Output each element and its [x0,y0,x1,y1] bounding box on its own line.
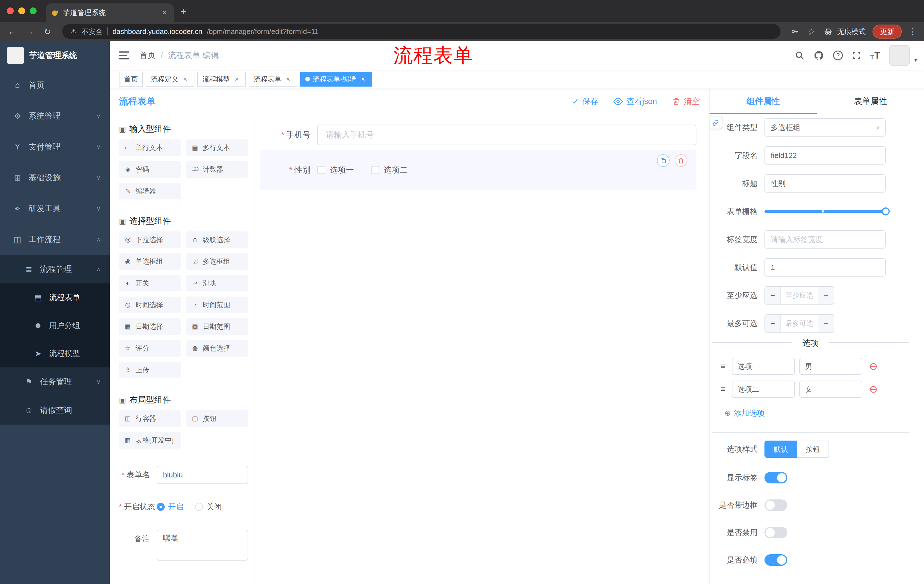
sidebar-item-devtools[interactable]: ✒ 研发工具 ∨ [0,193,110,224]
browser-tab[interactable]: 芋道管理系统 × [46,3,174,22]
bookmark-star-icon[interactable]: ☆ [806,26,817,36]
palette-item-password[interactable]: ◈密码 [119,161,181,178]
tag-process-form[interactable]: 流程表单 × [249,72,297,87]
increase-button[interactable]: + [818,287,834,304]
increase-button[interactable]: + [818,315,834,332]
max-select-input[interactable] [781,315,818,332]
option2-value-input[interactable] [799,380,862,398]
title-input[interactable] [764,174,886,192]
help-icon[interactable]: ? [833,51,843,60]
tab-form-props[interactable]: 表单属性 [817,89,924,114]
search-icon[interactable] [795,51,805,60]
palette-item-select[interactable]: ◎下拉选择 [119,232,181,248]
tab-close-icon[interactable]: × [160,8,169,17]
drag-handle-icon[interactable]: ≡ [719,385,727,394]
password-key-icon[interactable] [790,27,799,36]
palette-item-switch[interactable]: ◐开关 [119,275,181,291]
palette-item-time-picker[interactable]: ◷时间选择 [119,296,181,313]
style-button-button[interactable]: 按钮 [797,441,829,458]
security-label[interactable]: 不安全 [81,27,102,36]
sidebar-item-system[interactable]: ⚙ 系统管理 ∨ [0,100,110,132]
palette-item-upload[interactable]: ⇪上传 [119,362,181,378]
palette-item-cascader[interactable]: ⋔级联选择 [186,232,248,248]
remove-option-button[interactable]: ⊖ [869,384,878,394]
palette-item-time-range[interactable]: ◔时间范围 [186,296,248,313]
tag-home[interactable]: 首页 [119,72,143,87]
palette-item-row-container[interactable]: ◫行容器 [119,410,181,427]
save-button[interactable]: ✓ 保存 [572,96,598,107]
palette-item-button[interactable]: ▢按钮 [186,410,248,427]
sidebar-item-task-management[interactable]: ⚑ 任务管理 ∨ [0,367,110,396]
status-off-radio[interactable]: 关闭 [195,502,222,512]
palette-item-table[interactable]: ▦表格[开发中] [119,432,181,449]
forward-icon[interactable]: → [25,26,35,36]
decrease-button[interactable]: − [765,315,781,332]
address-bar[interactable]: ⚠ 不安全 dashboard.yudao.iocoder.cn /bpm/ma… [62,24,780,39]
palette-item-editor[interactable]: ✎编辑器 [119,183,181,199]
form-canvas[interactable]: 手机号 [254,114,709,584]
tag-process-definition[interactable]: 流程定义 × [146,72,195,87]
decrease-button[interactable]: − [765,287,781,304]
slider-handle[interactable] [882,207,890,216]
sidebar-item-workflow[interactable]: ◫ 工作流程 ∧ [0,224,110,255]
tag-close-icon[interactable]: × [359,75,367,83]
avatar-caret-icon[interactable]: ▾ [914,57,917,66]
sidebar-item-infrastructure[interactable]: ⊞ 基础设施 ∨ [0,162,110,193]
form-name-input[interactable] [157,466,248,484]
sidebar-item-leave-query[interactable]: ☺ 请假查询 [0,396,110,424]
palette-item-checkbox-group[interactable]: ☑多选框组 [186,253,248,270]
hamburger-icon[interactable] [110,51,139,59]
copy-component-button[interactable] [657,154,670,167]
option1-value-input[interactable] [799,358,862,375]
phone-field-input[interactable] [317,125,696,145]
component-type-select[interactable]: 多选框组 ∨ [764,118,886,137]
default-value-input[interactable] [764,258,886,276]
sidebar-item-home[interactable]: ⌂ 首页 [0,70,110,100]
gender-field-selected[interactable]: 性别 选项一 选项二 [260,150,696,190]
sidebar-item-payment[interactable]: ¥ 支付管理 ∨ [0,132,110,162]
palette-item-date-range[interactable]: ▩日期范围 [186,318,248,335]
required-switch[interactable] [764,554,787,566]
gender-option1-checkbox[interactable]: 选项一 [317,165,354,175]
disabled-switch[interactable] [764,527,787,538]
sidebar-item-user-groups[interactable]: ☻ 用户分组 [0,311,110,339]
tab-component-props[interactable]: 组件属性 [710,89,817,114]
form-grid-slider[interactable] [764,202,886,220]
tag-process-model[interactable]: 流程模型 × [197,72,246,87]
gender-option2-checkbox[interactable]: 选项二 [371,165,408,175]
github-icon[interactable] [813,50,824,61]
option1-label-input[interactable] [732,358,795,375]
sidebar-item-process-model[interactable]: ➤ 流程模型 [0,339,110,367]
sidebar-item-process-form[interactable]: ▤ 流程表单 [0,283,110,311]
browser-update-button[interactable]: 更新 [873,25,902,39]
font-size-icon[interactable]: TT [870,50,880,61]
add-option-button[interactable]: ⊕ 添加选项 [724,408,765,418]
window-zoom-button[interactable] [30,7,36,14]
view-json-button[interactable]: 查看json [613,96,657,107]
browser-menu-icon[interactable]: ⋮ [909,26,917,36]
field-name-input[interactable] [764,146,886,165]
sidebar-item-process-management[interactable]: ≣ 流程管理 ∧ [0,255,110,283]
reload-icon[interactable]: ↻ [42,26,53,36]
window-close-button[interactable] [7,7,14,14]
phone-field-row[interactable]: 手机号 [260,125,696,145]
style-default-button[interactable]: 默认 [764,441,797,458]
palette-item-multi-text[interactable]: ▤多行文本 [186,140,248,156]
tag-close-icon[interactable]: × [233,75,241,83]
new-tab-button[interactable]: + [181,6,187,18]
palette-item-rate[interactable]: ☆评分 [119,340,181,357]
option2-label-input[interactable] [732,380,795,398]
status-on-radio[interactable]: 开启 [157,502,183,512]
remove-option-button[interactable]: ⊖ [869,361,878,372]
back-icon[interactable]: ← [7,26,17,36]
breadcrumb-home[interactable]: 首页 [140,50,155,61]
drag-handle-icon[interactable]: ≡ [719,362,727,371]
window-minimize-button[interactable] [18,7,25,14]
clear-button[interactable]: 清空 [672,96,700,107]
palette-item-date-picker[interactable]: ▦日期选择 [119,318,181,335]
tag-close-icon[interactable]: × [181,75,189,83]
fullscreen-icon[interactable] [852,51,861,60]
label-width-input[interactable] [764,230,886,248]
palette-item-slider[interactable]: ⊸滑块 [186,275,248,291]
min-select-input[interactable] [781,287,818,304]
